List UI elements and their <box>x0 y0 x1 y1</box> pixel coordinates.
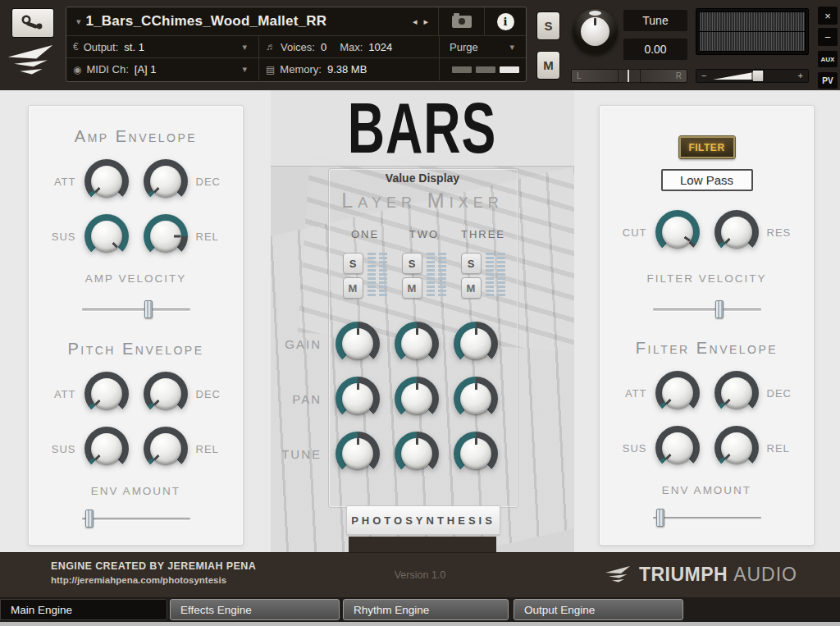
filter-velocity-slider[interactable] <box>653 300 761 318</box>
midi-dropdown-icon: ▾ <box>242 64 247 75</box>
purge-label: Purge <box>450 41 478 53</box>
camera-icon <box>452 16 472 28</box>
info-button[interactable]: i <box>485 7 526 35</box>
pitch-attack-knob[interactable] <box>84 372 129 416</box>
pitch-sus-label: SUS <box>46 443 84 455</box>
prev-instrument-icon[interactable]: ◂ <box>413 16 418 27</box>
amp-attack-knob[interactable] <box>84 159 129 203</box>
layer-one-level-meter <box>368 253 388 296</box>
filter-sustain-knob[interactable] <box>655 426 700 470</box>
tune-knob-layer-two[interactable] <box>395 432 439 476</box>
photosynthesis-button[interactable]: PHOTOSYNTHESIS <box>346 505 500 535</box>
midi-channel-select[interactable]: ◉ MIDI Ch: [A] 1 ▾ <box>66 58 259 80</box>
midi-channel-label: MIDI Ch: <box>86 63 128 75</box>
tune-knob-layer-three[interactable] <box>454 432 498 476</box>
volume-slider[interactable]: − + <box>696 69 809 83</box>
layer-two-mute-button[interactable]: M <box>402 277 422 299</box>
gain-label: GAIN <box>277 337 328 351</box>
next-instrument-icon[interactable]: ▸ <box>423 16 428 27</box>
engine-tab-bar: Main Engine Effects Engine Rhythm Engine… <box>0 597 840 622</box>
amp-velocity-label: AMP VELOCITY <box>85 272 187 285</box>
pitch-env-amount-slider[interactable] <box>82 509 190 528</box>
pitch-att-label: ATT <box>46 388 84 400</box>
pv-button[interactable]: PV <box>818 72 838 89</box>
filter-envelope-heading: Filter Envelope <box>636 339 778 358</box>
filter-release-knob[interactable] <box>714 426 759 470</box>
amp-velocity-slider[interactable] <box>82 300 190 318</box>
pan-knob-layer-two[interactable] <box>395 377 439 421</box>
page-title: BARS <box>348 92 496 163</box>
tab-rhythm-engine[interactable]: Rhythm Engine <box>343 599 509 620</box>
filter-rel-label: REL <box>759 442 797 455</box>
pitch-envelope-heading: Pitch Envelope <box>67 340 203 359</box>
output-select[interactable]: € Output: st. 1 ▾ <box>66 36 259 57</box>
memory-value: 9.38 MB <box>327 63 367 75</box>
master-tune-knob[interactable] <box>573 9 618 54</box>
layer-one-solo-button[interactable]: S <box>343 253 363 274</box>
max-voices-label: Max: <box>340 41 363 53</box>
tune-label: Tune <box>623 10 687 31</box>
solo-button[interactable]: S <box>536 11 560 40</box>
midi-channel-value: [A] 1 <box>135 63 157 75</box>
volume-wedge <box>713 70 788 82</box>
filter-env-amount-slider[interactable] <box>653 509 761 527</box>
gain-knob-layer-one[interactable] <box>336 322 380 366</box>
purge-menu[interactable]: Purge ▾ <box>440 36 526 57</box>
amp-dec-label: DEC <box>188 176 226 188</box>
aux-button[interactable]: AUX <box>818 51 838 67</box>
pitch-decay-knob[interactable] <box>144 372 188 416</box>
voices-icon: ♬ <box>266 41 276 53</box>
memory-icon: ▤ <box>266 64 275 75</box>
filter-cutoff-knob[interactable] <box>655 210 700 254</box>
amp-envelope-heading: Amp Envelope <box>75 127 197 146</box>
filter-velocity-label: FILTER VELOCITY <box>646 272 766 285</box>
midi-icon: ◉ <box>73 64 81 75</box>
filter-att-label: ATT <box>617 387 655 400</box>
amp-decay-knob[interactable] <box>144 159 188 203</box>
filter-type-select[interactable]: Low Pass <box>661 169 753 191</box>
amp-release-knob[interactable] <box>144 214 188 258</box>
tune-knob-layer-one[interactable] <box>336 432 380 476</box>
pitch-release-knob[interactable] <box>144 427 188 471</box>
filter-attack-knob[interactable] <box>655 371 700 415</box>
wrench-edit-button[interactable] <box>11 8 54 38</box>
pitch-sustain-knob[interactable] <box>84 427 129 471</box>
purge-dropdown-icon: ▾ <box>509 42 514 53</box>
layer-mixer-column: BARS Value Display Layer Mixer ONE TWO T… <box>271 90 574 552</box>
filter-decay-knob[interactable] <box>714 371 759 415</box>
minimize-button[interactable]: − <box>818 28 838 46</box>
pan-knob-layer-one[interactable] <box>336 377 380 421</box>
amp-sustain-knob[interactable] <box>84 214 129 258</box>
filter-sus-label: SUS <box>617 442 655 455</box>
pitch-rel-label: REL <box>188 443 226 455</box>
gain-knob-layer-three[interactable] <box>454 322 498 366</box>
pitch-env-amount-label: ENV AMOUNT <box>91 485 180 497</box>
layer-one-mute-button[interactable]: M <box>343 277 363 299</box>
triumph-wing-icon <box>604 565 632 585</box>
pan-right-label: R <box>676 71 682 80</box>
instrument-title-dropdown[interactable]: ▾ 1_Bars_CChimes_Wood_Mallet_RR ◂ ▸ <box>66 7 439 35</box>
pan-knob-layer-three[interactable] <box>454 377 498 421</box>
layer-three-solo-button[interactable]: S <box>461 253 482 274</box>
layer-two-label: TWO <box>395 228 454 240</box>
amp-rel-label: REL <box>188 231 226 243</box>
filter-resonance-knob[interactable] <box>714 210 759 254</box>
mute-button[interactable]: M <box>536 51 560 80</box>
knob-highlight <box>589 11 601 16</box>
filter-enable-button[interactable]: FILTER <box>679 136 735 158</box>
instrument-dropdown-icon: ▾ <box>76 16 81 27</box>
close-button[interactable]: × <box>818 7 838 25</box>
tab-effects-engine[interactable]: Effects Engine <box>170 599 340 620</box>
pan-slider[interactable]: L R <box>571 69 687 83</box>
gain-knob-layer-two[interactable] <box>395 322 439 366</box>
tab-main-engine[interactable]: Main Engine <box>0 599 167 620</box>
brand-name-bold: TRIUMPH <box>639 564 728 586</box>
tab-output-engine[interactable]: Output Engine <box>514 599 683 620</box>
purge-load-meter <box>440 58 526 80</box>
filter-dec-label: DEC <box>759 387 797 400</box>
pitch-dec-label: DEC <box>188 388 226 400</box>
layer-two-solo-button[interactable]: S <box>402 253 422 274</box>
layer-three-mute-button[interactable]: M <box>461 277 482 299</box>
value-display: Value Display <box>271 171 574 185</box>
snapshot-camera-button[interactable] <box>439 7 485 35</box>
